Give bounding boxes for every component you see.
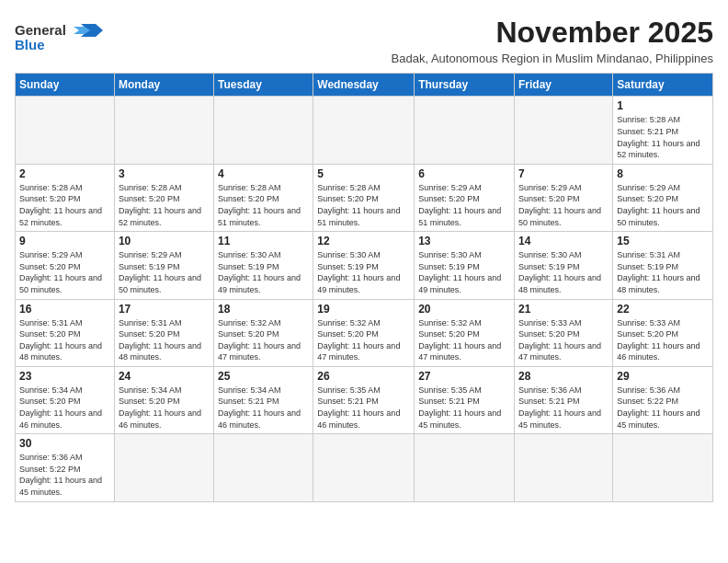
day-number: 14 <box>518 235 609 247</box>
day-number: 28 <box>518 370 609 383</box>
page-header: General Blue November 2025 Badak, Autono… <box>15 15 713 65</box>
weekday-header-wednesday: Wednesday <box>313 74 415 97</box>
calendar-cell: 18Sunrise: 5:32 AMSunset: 5:20 PMDayligh… <box>214 299 313 366</box>
day-info: Sunrise: 5:30 AMSunset: 5:19 PMDaylight:… <box>317 249 410 295</box>
day-info: Sunrise: 5:34 AMSunset: 5:20 PMDaylight:… <box>19 385 110 431</box>
calendar-cell: 17Sunrise: 5:31 AMSunset: 5:20 PMDayligh… <box>114 299 213 366</box>
day-number: 20 <box>418 303 510 316</box>
day-number: 23 <box>19 370 110 383</box>
calendar-row: 2Sunrise: 5:28 AMSunset: 5:20 PMDaylight… <box>16 164 713 231</box>
day-number: 4 <box>218 167 309 180</box>
calendar-cell: 3Sunrise: 5:28 AMSunset: 5:20 PMDaylight… <box>114 164 213 231</box>
day-number: 9 <box>19 235 110 247</box>
calendar-cell: 27Sunrise: 5:35 AMSunset: 5:21 PMDayligh… <box>415 366 515 433</box>
day-info: Sunrise: 5:28 AMSunset: 5:20 PMDaylight:… <box>317 182 410 228</box>
day-number: 8 <box>617 167 709 180</box>
day-info: Sunrise: 5:35 AMSunset: 5:21 PMDaylight:… <box>418 385 510 431</box>
calendar-cell: 29Sunrise: 5:36 AMSunset: 5:22 PMDayligh… <box>613 366 713 433</box>
calendar-cell: 14Sunrise: 5:30 AMSunset: 5:19 PMDayligh… <box>515 232 613 299</box>
day-number: 24 <box>119 370 210 383</box>
day-info: Sunrise: 5:36 AMSunset: 5:21 PMDaylight:… <box>518 385 609 431</box>
day-number: 17 <box>119 303 210 316</box>
calendar-cell: 13Sunrise: 5:30 AMSunset: 5:19 PMDayligh… <box>415 232 515 299</box>
day-info: Sunrise: 5:29 AMSunset: 5:20 PMDaylight:… <box>418 182 510 228</box>
day-info: Sunrise: 5:34 AMSunset: 5:21 PMDaylight:… <box>218 385 309 431</box>
day-info: Sunrise: 5:32 AMSunset: 5:20 PMDaylight:… <box>418 317 510 363</box>
day-number: 19 <box>317 303 410 316</box>
day-info: Sunrise: 5:35 AMSunset: 5:21 PMDaylight:… <box>317 385 410 431</box>
calendar-cell <box>515 97 613 164</box>
calendar-cell: 19Sunrise: 5:32 AMSunset: 5:20 PMDayligh… <box>313 299 415 366</box>
calendar-cell: 26Sunrise: 5:35 AMSunset: 5:21 PMDayligh… <box>313 366 415 433</box>
day-number: 30 <box>19 437 110 450</box>
day-info: Sunrise: 5:34 AMSunset: 5:20 PMDaylight:… <box>119 385 210 431</box>
calendar-row: 1Sunrise: 5:28 AMSunset: 5:21 PMDaylight… <box>16 97 713 164</box>
day-number: 29 <box>617 370 709 383</box>
calendar-cell: 12Sunrise: 5:30 AMSunset: 5:19 PMDayligh… <box>313 232 415 299</box>
day-number: 27 <box>418 370 510 383</box>
day-number: 25 <box>218 370 309 383</box>
day-number: 1 <box>617 99 709 112</box>
weekday-header-sunday: Sunday <box>16 74 115 97</box>
calendar-cell-empty <box>515 434 613 501</box>
weekday-header-thursday: Thursday <box>415 74 515 97</box>
calendar-cell: 1Sunrise: 5:28 AMSunset: 5:21 PMDaylight… <box>613 97 713 164</box>
logo: General Blue <box>15 18 114 52</box>
day-number: 21 <box>518 303 609 316</box>
day-info: Sunrise: 5:36 AMSunset: 5:22 PMDaylight:… <box>617 385 709 431</box>
calendar-cell: 24Sunrise: 5:34 AMSunset: 5:20 PMDayligh… <box>114 366 213 433</box>
calendar-row: 30Sunrise: 5:36 AMSunset: 5:22 PMDayligh… <box>16 434 713 501</box>
weekday-header-friday: Friday <box>515 74 613 97</box>
day-number: 26 <box>317 370 410 383</box>
day-number: 3 <box>119 167 210 180</box>
calendar-cell-empty <box>613 434 713 501</box>
calendar-cell: 16Sunrise: 5:31 AMSunset: 5:20 PMDayligh… <box>16 299 115 366</box>
calendar-cell-empty <box>415 434 515 501</box>
weekday-header-row: SundayMondayTuesdayWednesdayThursdayFrid… <box>16 74 713 97</box>
weekday-header-tuesday: Tuesday <box>214 74 313 97</box>
calendar-cell: 10Sunrise: 5:29 AMSunset: 5:19 PMDayligh… <box>114 232 213 299</box>
day-number: 22 <box>617 303 709 316</box>
day-number: 10 <box>119 235 210 247</box>
day-number: 2 <box>19 167 110 180</box>
calendar: SundayMondayTuesdayWednesdayThursdayFrid… <box>15 73 713 501</box>
day-info: Sunrise: 5:28 AMSunset: 5:20 PMDaylight:… <box>119 182 210 228</box>
calendar-cell-empty <box>214 434 313 501</box>
calendar-cell-empty <box>313 434 415 501</box>
calendar-cell: 5Sunrise: 5:28 AMSunset: 5:20 PMDaylight… <box>313 164 415 231</box>
day-info: Sunrise: 5:29 AMSunset: 5:20 PMDaylight:… <box>518 182 609 228</box>
calendar-cell: 23Sunrise: 5:34 AMSunset: 5:20 PMDayligh… <box>16 366 115 433</box>
calendar-cell: 15Sunrise: 5:31 AMSunset: 5:19 PMDayligh… <box>613 232 713 299</box>
day-number: 12 <box>317 235 410 247</box>
day-number: 15 <box>617 235 709 247</box>
day-info: Sunrise: 5:30 AMSunset: 5:19 PMDaylight:… <box>418 249 510 295</box>
day-info: Sunrise: 5:31 AMSunset: 5:19 PMDaylight:… <box>617 249 709 295</box>
day-number: 11 <box>218 235 309 247</box>
day-info: Sunrise: 5:28 AMSunset: 5:21 PMDaylight:… <box>617 114 709 160</box>
calendar-cell: 9Sunrise: 5:29 AMSunset: 5:20 PMDaylight… <box>16 232 115 299</box>
calendar-row: 23Sunrise: 5:34 AMSunset: 5:20 PMDayligh… <box>16 366 713 433</box>
day-info: Sunrise: 5:33 AMSunset: 5:20 PMDaylight:… <box>518 317 609 363</box>
day-info: Sunrise: 5:31 AMSunset: 5:20 PMDaylight:… <box>19 317 110 363</box>
day-info: Sunrise: 5:36 AMSunset: 5:22 PMDaylight:… <box>19 452 110 498</box>
day-number: 6 <box>418 167 510 180</box>
subtitle: Badak, Autonomous Region in Muslim Minda… <box>114 52 713 65</box>
calendar-cell-empty <box>114 434 213 501</box>
weekday-header-saturday: Saturday <box>613 74 713 97</box>
day-number: 16 <box>19 303 110 316</box>
calendar-cell <box>214 97 313 164</box>
day-info: Sunrise: 5:30 AMSunset: 5:19 PMDaylight:… <box>218 249 309 295</box>
day-info: Sunrise: 5:29 AMSunset: 5:20 PMDaylight:… <box>617 182 709 228</box>
calendar-cell: 4Sunrise: 5:28 AMSunset: 5:20 PMDaylight… <box>214 164 313 231</box>
calendar-row: 9Sunrise: 5:29 AMSunset: 5:20 PMDaylight… <box>16 232 713 299</box>
day-info: Sunrise: 5:32 AMSunset: 5:20 PMDaylight:… <box>218 317 309 363</box>
day-info: Sunrise: 5:32 AMSunset: 5:20 PMDaylight:… <box>317 317 410 363</box>
calendar-cell: 30Sunrise: 5:36 AMSunset: 5:22 PMDayligh… <box>16 434 115 501</box>
day-info: Sunrise: 5:33 AMSunset: 5:20 PMDaylight:… <box>617 317 709 363</box>
day-number: 13 <box>418 235 510 247</box>
calendar-cell: 6Sunrise: 5:29 AMSunset: 5:20 PMDaylight… <box>415 164 515 231</box>
calendar-cell <box>16 97 115 164</box>
calendar-cell <box>415 97 515 164</box>
calendar-cell <box>114 97 213 164</box>
weekday-header-monday: Monday <box>114 74 213 97</box>
